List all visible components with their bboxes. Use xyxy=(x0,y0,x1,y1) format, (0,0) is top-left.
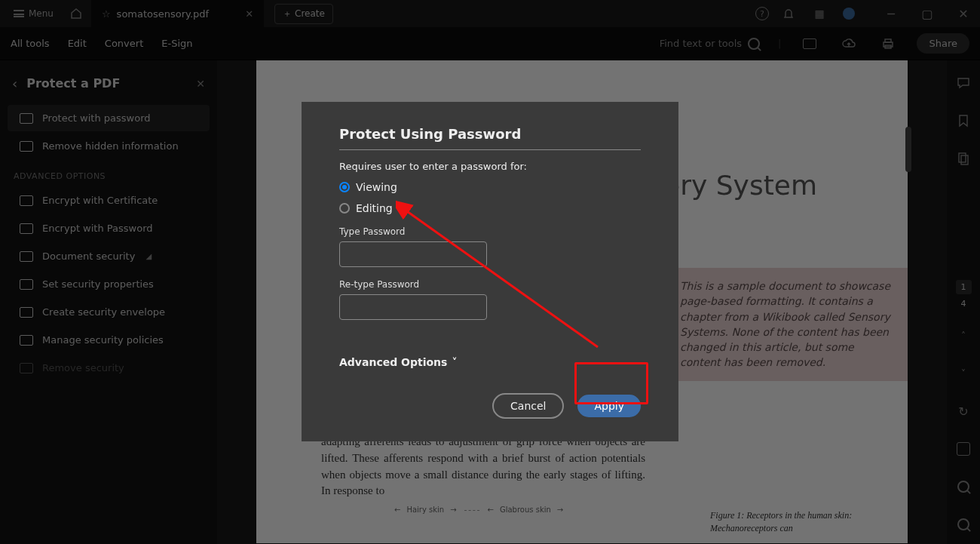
radio-icon xyxy=(339,182,350,192)
apply-button[interactable]: Apply xyxy=(577,395,641,417)
advanced-options-toggle[interactable]: Advanced Options ˅ xyxy=(339,356,641,368)
radio-editing[interactable]: Editing xyxy=(339,202,641,214)
retype-password-label: Re-type Password xyxy=(339,279,641,290)
radio-viewing[interactable]: Viewing xyxy=(339,181,641,193)
retype-password-input[interactable] xyxy=(339,294,487,320)
type-password-input[interactable] xyxy=(339,241,487,267)
radio-icon xyxy=(339,203,350,214)
type-password-label: Type Password xyxy=(339,226,641,237)
protect-password-dialog: Protect Using Password Requires user to … xyxy=(302,102,678,441)
cancel-button[interactable]: Cancel xyxy=(492,393,564,419)
radio-label: Viewing xyxy=(356,181,397,193)
dialog-title: Protect Using Password xyxy=(339,126,641,150)
chevron-down-icon: ˅ xyxy=(452,356,457,368)
dialog-subtitle: Requires user to enter a password for: xyxy=(339,161,641,172)
radio-label: Editing xyxy=(356,202,393,214)
